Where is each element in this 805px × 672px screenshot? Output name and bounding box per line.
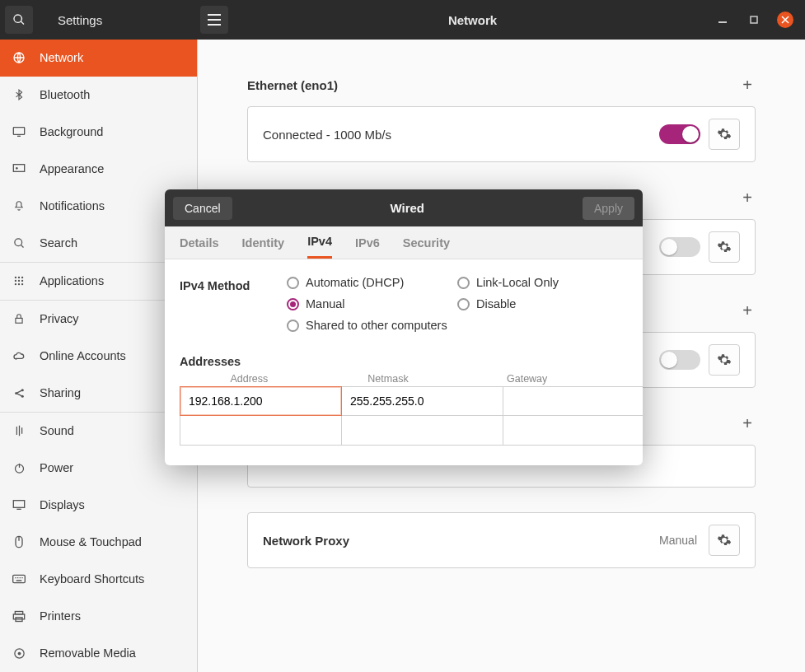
address-input[interactable] [180,386,342,416]
method-linklocal[interactable]: Link-Local Only [457,276,628,289]
cancel-button[interactable]: Cancel [173,197,232,220]
ipv4-method-label: IPv4 Method [180,276,287,292]
tab-details[interactable]: Details [180,226,219,259]
modal-tabs: DetailsIdentityIPv4IPv6Security [165,226,643,259]
col-gateway: Gateway [457,373,597,385]
method-manual[interactable]: Manual [287,297,457,310]
address-input[interactable] [180,416,342,446]
gateway-input[interactable] [503,386,643,416]
method-auto[interactable]: Automatic (DHCP) [287,276,457,289]
tab-ipv6[interactable]: IPv6 [355,226,380,259]
modal-overlay: Cancel Wired Apply DetailsIdentityIPv4IP… [0,0,805,672]
method-shared[interactable]: Shared to other computers [287,319,628,332]
apply-button[interactable]: Apply [583,197,634,220]
col-address: Address [180,373,319,385]
netmask-input[interactable] [342,416,503,446]
wired-modal: Cancel Wired Apply DetailsIdentityIPv4IP… [165,189,643,465]
modal-title: Wired [232,201,583,215]
addresses-label: Addresses [180,355,628,368]
tab-security[interactable]: Security [403,226,450,259]
method-disable[interactable]: Disable [457,297,628,310]
gateway-input[interactable] [503,416,643,446]
addresses-table [180,386,628,446]
tab-identity[interactable]: Identity [242,226,285,259]
address-row [180,386,628,416]
tab-ipv4[interactable]: IPv4 [307,226,332,259]
col-netmask: Netmask [319,373,458,385]
netmask-input[interactable] [342,386,503,416]
address-row [180,416,628,446]
